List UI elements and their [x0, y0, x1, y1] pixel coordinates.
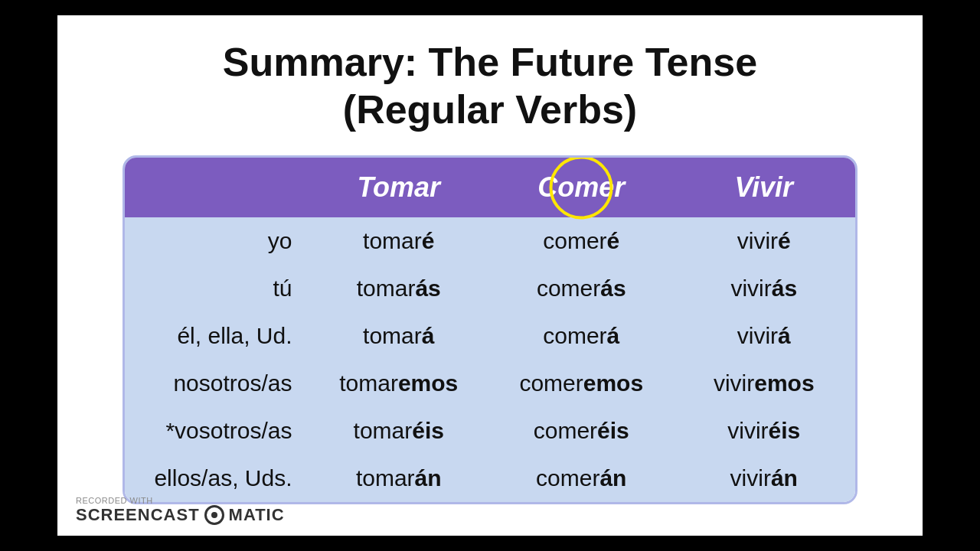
comer-yo: comeré — [490, 217, 673, 265]
subject-vosotros: *vosotros/as — [125, 407, 308, 455]
tomar-ellos: tomarán — [308, 455, 491, 502]
slide: Summary: The Future Tense (Regular Verbs… — [57, 15, 923, 536]
conjugation-table: Tomar Comer Vivir yo tomaré comeré vivir… — [122, 155, 858, 504]
title-line1: Summary: The Future Tense — [223, 40, 757, 84]
vivir-nosotros: viviremos — [673, 360, 856, 407]
slide-title: Summary: The Future Tense (Regular Verbs… — [223, 38, 757, 134]
title-line2: (Regular Verbs) — [343, 87, 637, 132]
vivir-vosotros: viviréis — [673, 407, 856, 455]
subject-el: él, ella, Ud. — [125, 312, 308, 360]
vivir-yo: viviré — [673, 217, 856, 265]
tomar-el: tomará — [308, 312, 491, 360]
vivir-el: vivirá — [673, 312, 856, 360]
tomar-vosotros: tomaréis — [308, 407, 491, 455]
watermark: RECORDED WITH SCREENCAST MATIC — [76, 496, 285, 525]
brand-row: SCREENCAST MATIC — [76, 505, 285, 525]
subject-nosotros: nosotros/as — [125, 360, 308, 407]
comer-ellos: comerán — [490, 455, 673, 502]
subject-yo: yo — [125, 217, 308, 265]
tomar-nosotros: tomaremos — [308, 360, 491, 407]
brand-name: SCREENCAST — [76, 505, 200, 525]
vivir-tu: vivirás — [673, 265, 856, 312]
comer-circle: Comer — [537, 171, 625, 204]
recorded-with-label: RECORDED WITH — [76, 496, 153, 505]
header-tomar: Tomar — [308, 158, 491, 217]
tomar-tu: tomarás — [308, 265, 491, 312]
table-header: Tomar Comer Vivir — [125, 158, 855, 217]
subject-tu: tú — [125, 265, 308, 312]
brand-icon — [204, 505, 224, 525]
table-body: yo tomaré comeré viviré tú tomarás comer… — [125, 217, 855, 502]
brand-suffix: MATIC — [229, 505, 285, 525]
comer-tu: comerás — [490, 265, 673, 312]
header-vivir: Vivir — [673, 158, 856, 217]
tomar-yo: tomaré — [308, 217, 491, 265]
comer-vosotros: comeréis — [490, 407, 673, 455]
comer-nosotros: comeremos — [490, 360, 673, 407]
header-comer: Comer — [490, 158, 673, 217]
subject-ellos: ellos/as, Uds. — [125, 455, 308, 502]
header-empty — [125, 158, 308, 217]
comer-el: comerá — [490, 312, 673, 360]
vivir-ellos: vivirán — [673, 455, 856, 502]
